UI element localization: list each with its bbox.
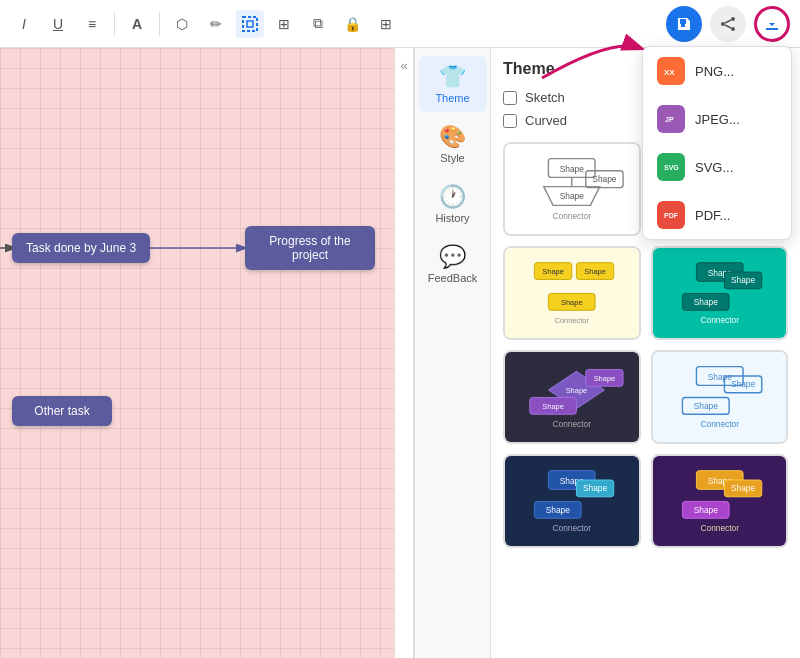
- export-svg-label: SVG...: [695, 160, 733, 175]
- export-pdf[interactable]: PDF PDF...: [643, 191, 791, 239]
- duplicate-button[interactable]: ⧉: [304, 10, 332, 38]
- svg-icon: SVG: [657, 153, 685, 181]
- sidebar-item-theme[interactable]: 👕 Theme: [419, 56, 487, 112]
- svg-text:Shape: Shape: [566, 386, 588, 395]
- svg-text:Shape: Shape: [730, 483, 755, 493]
- separator1: [114, 12, 115, 36]
- svg-line-5: [725, 20, 731, 23]
- svg-text:Shape: Shape: [560, 191, 585, 201]
- svg-line-6: [725, 25, 731, 28]
- grid-button[interactable]: ⊞: [372, 10, 400, 38]
- node-progress[interactable]: Progress of theproject: [245, 226, 375, 270]
- draw-button[interactable]: ✏: [202, 10, 230, 38]
- theme-label: Theme: [435, 92, 469, 104]
- export-button[interactable]: [754, 6, 790, 42]
- curved-label: Curved: [525, 113, 567, 128]
- save-button[interactable]: [666, 6, 702, 42]
- svg-text:Shape: Shape: [693, 401, 718, 411]
- svg-text:Shape: Shape: [594, 374, 616, 383]
- theme-card-default[interactable]: Shape Shape Shape Connector: [503, 142, 641, 236]
- canvas-area[interactable]: Task done by June 3 Progress of theproje…: [0, 48, 394, 658]
- svg-point-2: [731, 17, 735, 21]
- svg-text:Shape: Shape: [730, 275, 755, 285]
- sketch-label: Sketch: [525, 90, 565, 105]
- italic-button[interactable]: I: [10, 10, 38, 38]
- svg-text:Shape: Shape: [561, 298, 583, 307]
- toolbar: I U ≡ A ⬡ ✏ ⊞ ⧉ 🔒 ⊞: [0, 0, 800, 48]
- pdf-icon: PDF: [657, 201, 685, 229]
- svg-text:Shape: Shape: [583, 483, 608, 493]
- toolbar-right: [666, 6, 790, 42]
- theme-card-yellow[interactable]: Shape Shape Shape Connector: [503, 246, 641, 340]
- svg-text:Connector: Connector: [552, 523, 591, 533]
- jpeg-icon: JP: [657, 105, 685, 133]
- svg-text:Shape: Shape: [592, 174, 617, 184]
- select-button[interactable]: [236, 10, 264, 38]
- node-other[interactable]: Other task: [12, 396, 112, 426]
- svg-text:Shape: Shape: [730, 379, 755, 389]
- export-jpeg[interactable]: JP JPEG...: [643, 95, 791, 143]
- svg-text:Shape: Shape: [584, 267, 606, 276]
- shape-button[interactable]: ⬡: [168, 10, 196, 38]
- sidebar-item-feedback[interactable]: 💬 FeedBack: [419, 236, 487, 292]
- svg-text:Connector: Connector: [552, 211, 591, 221]
- svg-text:Connector: Connector: [700, 315, 739, 325]
- canvas-connections: [0, 48, 394, 658]
- underline-button[interactable]: U: [44, 10, 72, 38]
- history-label: History: [435, 212, 469, 224]
- export-svg[interactable]: SVG SVG...: [643, 143, 791, 191]
- side-panel: 👕 Theme 🎨 Style 🕐 History 💬 FeedBack: [414, 48, 490, 658]
- svg-text:Shape: Shape: [542, 267, 564, 276]
- svg-rect-1: [247, 21, 253, 27]
- feedback-label: FeedBack: [428, 272, 478, 284]
- history-icon: 🕐: [439, 184, 466, 210]
- list-button[interactable]: ≡: [78, 10, 106, 38]
- share-button[interactable]: [710, 6, 746, 42]
- sidebar-item-history[interactable]: 🕐 History: [419, 176, 487, 232]
- svg-rect-0: [243, 17, 257, 31]
- svg-text:Shape: Shape: [693, 297, 718, 307]
- svg-text:Shape: Shape: [707, 372, 732, 382]
- node-task-label: Task done by June 3: [26, 241, 136, 255]
- text-button[interactable]: A: [123, 10, 151, 38]
- sketch-checkbox[interactable]: [503, 91, 517, 105]
- collapse-icon: «: [400, 58, 407, 73]
- export-png[interactable]: XX PNG...: [643, 47, 791, 95]
- svg-text:Connector: Connector: [700, 523, 739, 533]
- svg-point-4: [731, 27, 735, 31]
- svg-text:PDF: PDF: [664, 212, 679, 219]
- node-other-label: Other task: [34, 404, 89, 418]
- style-label: Style: [440, 152, 464, 164]
- panel-toggle[interactable]: «: [394, 48, 414, 658]
- lock-button[interactable]: 🔒: [338, 10, 366, 38]
- svg-text:Connector: Connector: [700, 419, 739, 429]
- separator2: [159, 12, 160, 36]
- export-jpeg-label: JPEG...: [695, 112, 740, 127]
- crop-button[interactable]: ⊞: [270, 10, 298, 38]
- svg-text:XX: XX: [664, 68, 675, 77]
- node-task[interactable]: Task done by June 3: [12, 233, 150, 263]
- svg-text:JP: JP: [665, 116, 674, 123]
- svg-text:Shape: Shape: [693, 505, 718, 515]
- svg-text:Shape: Shape: [560, 164, 585, 174]
- feedback-icon: 💬: [439, 244, 466, 270]
- sidebar-item-style[interactable]: 🎨 Style: [419, 116, 487, 172]
- curved-checkbox[interactable]: [503, 114, 517, 128]
- png-icon: XX: [657, 57, 685, 85]
- svg-point-3: [721, 22, 725, 26]
- theme-card-lightblue[interactable]: Shape Shape Shape Connector: [651, 350, 789, 444]
- node-progress-label: Progress of theproject: [269, 234, 350, 262]
- theme-card-dark[interactable]: Shape Shape Shape Connector: [503, 350, 641, 444]
- style-icon: 🎨: [439, 124, 466, 150]
- export-dropdown: XX PNG... JP JPEG... SVG SVG... PDF PDF.…: [642, 46, 792, 240]
- export-pdf-label: PDF...: [695, 208, 730, 223]
- svg-text:Connector: Connector: [552, 419, 591, 429]
- theme-icon: 👕: [439, 64, 466, 90]
- theme-card-teal[interactable]: Shape Shape Shape Connector: [651, 246, 789, 340]
- svg-text:Shape: Shape: [546, 505, 571, 515]
- svg-text:SVG: SVG: [664, 164, 679, 171]
- theme-card-navy[interactable]: Shape Shape Shape Connector: [503, 454, 641, 548]
- export-png-label: PNG...: [695, 64, 734, 79]
- theme-card-purple[interactable]: Shape Shape Shape Connector: [651, 454, 789, 548]
- svg-text:Shape: Shape: [542, 402, 564, 411]
